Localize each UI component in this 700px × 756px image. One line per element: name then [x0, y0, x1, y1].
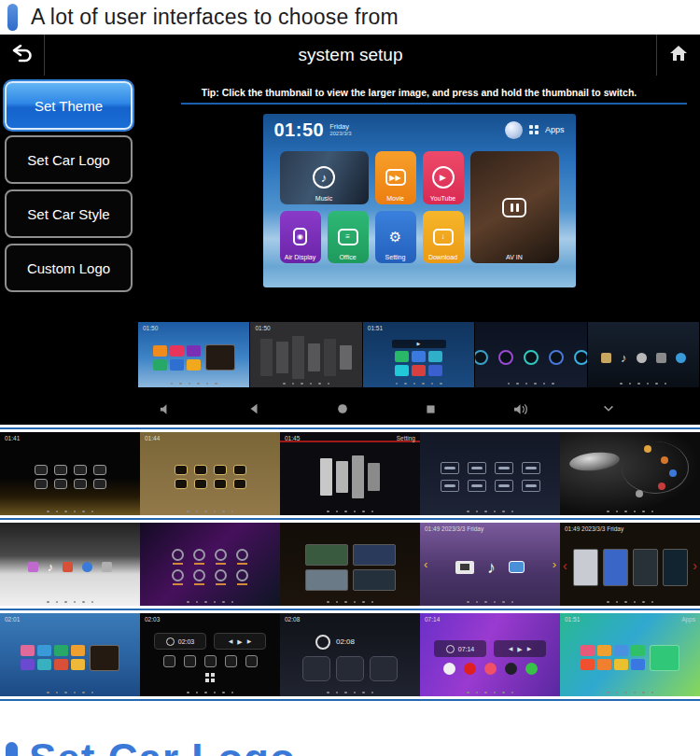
apps-label: Apps	[545, 125, 565, 134]
preview-tile-grid: ♪ Music ▶▶ Movie ▶ YouTube AV IN ◉ Ai	[280, 151, 559, 263]
thumb-time: 02:01	[5, 616, 20, 623]
thumb-time: 02:03	[145, 616, 160, 623]
tile-av-in[interactable]: AV IN	[470, 151, 559, 263]
preview-statusbar: 01:50 Friday 2023/3/3 Apps	[263, 114, 576, 146]
theme-thumbnail[interactable]: 02:0302:03◀▶▶	[140, 613, 280, 696]
theme-thumbnail[interactable]	[560, 432, 700, 515]
blue-separator	[0, 518, 700, 520]
theme-thumbnail[interactable]: 01:51Apps	[560, 613, 700, 696]
preview-time: 01:50	[274, 119, 325, 141]
tip-underline	[181, 103, 687, 105]
sidebar-item-set-theme[interactable]: Set Theme	[5, 81, 133, 130]
thumb-corner-label: Setting	[397, 435, 415, 441]
thumb-time: 01:49 2023/3/3 Friday	[425, 525, 483, 532]
theme-thumbnail[interactable]: 01:45Setting	[280, 432, 420, 515]
theme-thumbnail[interactable]: 01:41	[0, 432, 140, 515]
volume-up-button[interactable]	[513, 402, 602, 416]
blue-separator	[0, 427, 700, 429]
movie-play-icon: ▶▶	[385, 169, 406, 186]
theme-thumbnail[interactable]: 02:01	[0, 613, 140, 696]
hide-navbar-button[interactable]	[602, 404, 691, 413]
theme-thumbnail-strip: 01:5001:5001:51▶♪	[138, 322, 700, 387]
music-note-icon: ♪	[313, 166, 335, 189]
thumb-time: 01:45	[285, 435, 300, 441]
tile-movie[interactable]: ▶▶ Movie	[375, 151, 416, 204]
moon-icon	[505, 121, 523, 139]
theme-thumbnail[interactable]: 01:49 2023/3/3 Friday‹›	[560, 523, 700, 606]
theme-preview-large[interactable]: 01:50 Friday 2023/3/3 Apps ♪ Music ▶▶	[263, 114, 576, 287]
heading-text: Set Car Logo	[29, 735, 296, 756]
page-title: A lot of user interfaces to choose from	[31, 5, 399, 30]
theme-gallery-row: 01:4101:4401:45Setting	[0, 432, 700, 515]
tile-setting[interactable]: ⚙ Setting	[375, 211, 416, 264]
blue-separator	[0, 609, 700, 610]
theme-content-area: Tip: Click the thumbnail to view the lar…	[138, 76, 700, 425]
theme-gallery-row: 02:0102:0302:03◀▶▶02:0802:0807:1407:14◀▶…	[0, 613, 700, 696]
thumb-time: 01:50	[255, 325, 270, 331]
tile-youtube[interactable]: ▶ YouTube	[423, 151, 464, 204]
theme-thumbnail[interactable]: 01:44	[140, 432, 280, 515]
youtube-play-icon: ▶	[432, 166, 455, 189]
chevron-down-icon	[602, 404, 615, 413]
android-navbar	[138, 393, 700, 425]
theme-gallery-row: ♪01:49 2023/3/3 Friday♪‹›01:49 2023/3/3 …	[0, 523, 700, 606]
sidebar-item-set-car-style[interactable]: Set Car Style	[5, 189, 133, 238]
thumb-time: 01:50	[143, 325, 158, 331]
volume-up-icon	[513, 402, 529, 416]
home-icon	[669, 45, 688, 65]
theme-thumbnail[interactable]: ♪	[588, 322, 699, 387]
home-nav-button[interactable]	[336, 402, 425, 415]
theme-thumbnail[interactable]: 01:50	[138, 322, 249, 387]
recents-square-icon	[425, 403, 437, 415]
volume-down-icon	[159, 402, 173, 416]
folder-icon: ≡	[338, 229, 358, 245]
back-triangle-icon	[247, 402, 260, 415]
thumb-time: 01:41	[5, 435, 20, 441]
device-topbar: system setup	[0, 35, 700, 76]
thumb-time: 01:51	[368, 325, 383, 331]
back-button[interactable]	[0, 35, 45, 76]
theme-thumbnail[interactable]: 01:49 2023/3/3 Friday♪‹›	[420, 523, 560, 606]
download-icon: ↓	[433, 229, 454, 245]
tile-download[interactable]: ↓ Download	[423, 211, 464, 264]
head-unit-screenshot: system setup Set Theme Set Car Logo Set …	[0, 35, 700, 425]
theme-thumbnail[interactable]: 01:50	[250, 322, 361, 387]
preview-date: 2023/3/3	[329, 131, 351, 137]
thumb-time: 07:14	[425, 616, 440, 623]
page-header: A lot of user interfaces to choose from	[0, 0, 700, 35]
theme-thumbnail[interactable]	[420, 432, 560, 515]
thumb-corner-label: Apps	[681, 616, 695, 623]
home-button[interactable]	[656, 35, 700, 76]
thumb-time: 01:49 2023/3/3 Friday	[565, 525, 623, 532]
tip-text: Tip: Click the thumbnail to view the lar…	[138, 76, 700, 98]
sidebar-item-set-car-logo[interactable]: Set Car Logo	[5, 135, 133, 184]
theme-thumbnail[interactable]: ♪	[0, 523, 140, 606]
thumb-time: 01:44	[145, 435, 160, 441]
sidebar-item-custom-logo[interactable]: Custom Logo	[5, 244, 133, 292]
title-accent-bar	[7, 4, 18, 31]
theme-thumbnail[interactable]: 01:51▶	[363, 322, 474, 387]
back-arrow-icon	[10, 43, 35, 67]
theme-thumbnail[interactable]	[140, 523, 280, 606]
theme-thumbnail[interactable]: 02:0802:08	[280, 613, 420, 696]
theme-thumbnail[interactable]	[280, 523, 420, 606]
bottom-section-heading: Set Car Logo	[6, 735, 296, 756]
theme-thumbnail[interactable]: 07:1407:14◀▶▶	[420, 613, 560, 696]
tile-air-display[interactable]: ◉ Air Display	[280, 211, 321, 264]
recents-nav-button[interactable]	[425, 403, 513, 415]
home-circle-icon	[336, 402, 349, 415]
back-nav-button[interactable]	[247, 402, 336, 415]
theme-thumbnail[interactable]	[475, 322, 586, 387]
av-input-icon	[502, 198, 526, 217]
thumb-time: 02:08	[285, 616, 300, 623]
tile-office[interactable]: ≡ Office	[328, 211, 369, 264]
gear-icon: ⚙	[389, 230, 401, 244]
blue-separator	[0, 699, 700, 701]
apps-grid-icon	[529, 125, 539, 134]
phone-cast-icon: ◉	[293, 228, 307, 245]
heading-accent-bar	[6, 742, 18, 756]
screen-title: system setup	[45, 45, 656, 65]
thumb-time: 01:51	[565, 616, 580, 623]
volume-down-button[interactable]	[159, 402, 247, 416]
tile-music[interactable]: ♪ Music	[280, 151, 369, 204]
